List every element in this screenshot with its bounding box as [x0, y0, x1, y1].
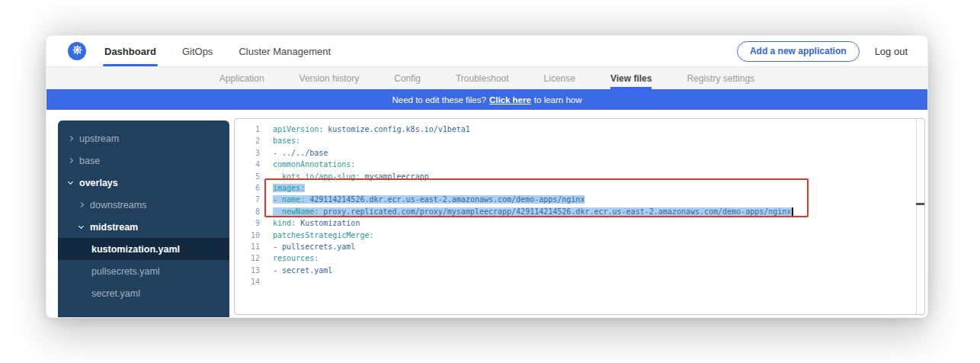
file-tree-item-label: midstream: [90, 222, 138, 233]
admin-console-window: DashboardGitOpsCluster Management Add a …: [46, 35, 928, 318]
line-number: 4: [235, 159, 264, 170]
top-nav-tab-gitops[interactable]: GitOps: [182, 36, 213, 66]
page: DashboardGitOpsCluster Management Add a …: [0, 0, 980, 363]
file-tree-item-kustomization-yaml[interactable]: kustomization.yaml: [58, 238, 229, 260]
app-logo[interactable]: [68, 42, 86, 60]
line-number: 6: [235, 182, 264, 194]
line-text: - ../../base: [264, 147, 328, 159]
sub-nav-tab-license[interactable]: License: [544, 67, 575, 89]
text-selection: - name: 429114214526.dkr.ecr.us-east-2.a…: [273, 195, 584, 204]
line-number: 11: [235, 241, 264, 252]
code-line-3: 3- ../../base: [235, 147, 924, 159]
file-tree-item-label: downstreams: [90, 200, 146, 210]
file-tree-item-overlays[interactable]: overlays: [58, 172, 229, 194]
line-text: apiVersion: kustomize.config.k8s.io/v1be…: [264, 124, 470, 135]
sub-nav-tab-view-files[interactable]: View files: [610, 67, 652, 89]
sub-nav-tab-application[interactable]: Application: [219, 67, 264, 89]
line-number: 8: [235, 206, 264, 217]
logout-button[interactable]: Log out: [875, 46, 908, 57]
code-line-14: 14: [235, 276, 924, 288]
line-text: [264, 276, 273, 288]
code-line-10: 10patchesStrategicMerge:: [235, 230, 924, 241]
file-tree-item-label: kustomization.yaml: [91, 244, 180, 255]
top-nav-tab-dashboard[interactable]: Dashboard: [104, 36, 156, 66]
line-number: 2: [235, 135, 264, 146]
text-selection: newName: proxy.replicated.com/proxy/mysa…: [273, 207, 793, 216]
line-text: - name: 429114214526.dkr.ecr.us-east-2.a…: [264, 194, 584, 205]
chevron-right-icon: [78, 202, 84, 207]
top-nav-tabs: DashboardGitOpsCluster Management: [104, 36, 331, 66]
line-text: commonAnnotations:: [264, 159, 355, 170]
file-tree-item-label: overlays: [79, 178, 118, 188]
file-tree-item-label: secret.yaml: [91, 288, 140, 299]
line-number: 14: [235, 276, 264, 288]
sub-nav-tab-config[interactable]: Config: [394, 67, 421, 89]
file-tree-item-upstream[interactable]: upstream: [58, 127, 229, 149]
top-nav: DashboardGitOpsCluster Management Add a …: [46, 36, 927, 67]
file-tree-item-base[interactable]: base: [58, 149, 229, 172]
code-line-11: 11- pullsecrets.yaml: [235, 241, 924, 252]
banner-click-here-link[interactable]: Click here: [489, 95, 531, 104]
file-tree-item-label: pullsecrets.yaml: [91, 266, 160, 277]
file-tree-item-downstreams[interactable]: downstreams: [58, 194, 229, 216]
code-line-2: 2bases:: [235, 135, 924, 146]
line-text: bases:: [264, 135, 300, 146]
edit-files-banner: Need to edit these files? Click here to …: [46, 89, 927, 110]
file-tree-item-midstream[interactable]: midstream: [58, 216, 229, 238]
code-line-7: 7- name: 429114214526.dkr.ecr.us-east-2.…: [235, 194, 924, 205]
line-text: - pullsecrets.yaml: [264, 241, 355, 252]
code-line-6: 6images:: [235, 182, 924, 194]
file-tree-item-label: base: [79, 156, 100, 166]
banner-text-before: Need to edit these files?: [392, 95, 485, 104]
file-tree-item-secret-yaml[interactable]: secret.yaml: [58, 282, 229, 304]
line-number: 13: [235, 265, 264, 276]
sub-nav-tab-version-history[interactable]: Version history: [299, 67, 360, 89]
line-number: 7: [235, 194, 264, 205]
chevron-right-icon: [68, 158, 73, 163]
sub-nav-tab-troubleshoot[interactable]: Troubleshoot: [456, 67, 509, 89]
editor-panel[interactable]: 1apiVersion: kustomize.config.k8s.io/v1b…: [234, 118, 925, 315]
chevron-right-icon: [68, 136, 73, 141]
top-nav-tab-cluster-management[interactable]: Cluster Management: [239, 36, 331, 66]
line-number: 9: [235, 217, 264, 229]
code-line-5: 5 kots.io/app-slug: mysampleecrapp: [235, 171, 924, 182]
top-nav-right: Add a new application Log out: [737, 41, 908, 62]
line-text: resources:: [264, 252, 319, 264]
code-line-13: 13- secret.yaml: [235, 265, 924, 276]
line-text: kots.io/app-slug: mysampleecrapp: [264, 171, 429, 182]
line-text: images:: [264, 182, 305, 194]
file-tree-item-pullsecrets-yaml[interactable]: pullsecrets.yaml: [58, 260, 229, 282]
text-selection: images:: [273, 184, 305, 192]
line-number: 12: [235, 252, 264, 264]
line-text: patchesStrategicMerge:: [264, 230, 373, 241]
line-number: 3: [235, 147, 264, 159]
line-number: 1: [235, 124, 264, 135]
sub-nav-tab-registry-settings[interactable]: Registry settings: [687, 67, 754, 89]
code-line-9: 9kind: Kustomization: [235, 217, 924, 229]
text-caret: [792, 207, 793, 216]
chevron-down-icon: [78, 223, 84, 228]
line-number: 5: [235, 171, 264, 182]
chevron-down-icon: [68, 178, 73, 184]
code-area[interactable]: 1apiVersion: kustomize.config.k8s.io/v1b…: [235, 119, 924, 314]
code-line-12: 12resources:: [235, 252, 924, 264]
overview-ruler: [916, 119, 917, 314]
sub-nav-tabs: ApplicationVersion historyConfigTroubles…: [46, 67, 927, 89]
line-number: 10: [235, 230, 264, 241]
cursor-position-marker: [916, 203, 924, 205]
line-text: newName: proxy.replicated.com/proxy/mysa…: [264, 206, 793, 217]
add-new-application-button[interactable]: Add a new application: [737, 41, 860, 62]
kubernetes-icon: [72, 44, 83, 59]
file-tree: upstreambaseoverlaysdownstreamsmidstream…: [58, 120, 229, 318]
line-text: - secret.yaml: [264, 265, 332, 276]
code-line-4: 4commonAnnotations:: [235, 159, 924, 170]
line-text: kind: Kustomization: [264, 217, 360, 229]
banner-text-after: to learn how: [534, 95, 582, 104]
view-files-content: upstreambaseoverlaysdownstreamsmidstream…: [46, 110, 927, 318]
code-line-8: 8 newName: proxy.replicated.com/proxy/my…: [235, 206, 924, 217]
code-line-1: 1apiVersion: kustomize.config.k8s.io/v1b…: [235, 124, 924, 135]
file-tree-item-label: upstream: [79, 133, 119, 144]
